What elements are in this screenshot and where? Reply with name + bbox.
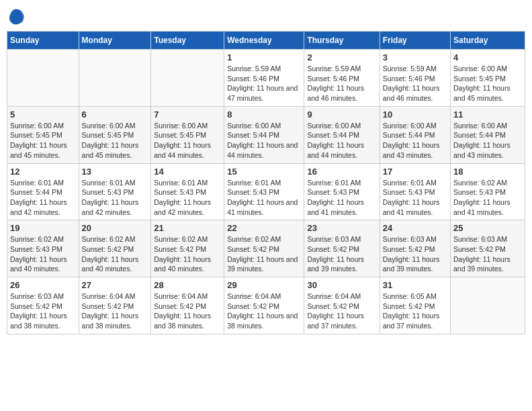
day-info: Sunrise: 6:01 AM Sunset: 5:44 PM Dayligh… [10, 178, 76, 218]
day-info: Sunrise: 6:00 AM Sunset: 5:44 PM Dayligh… [307, 121, 376, 161]
calendar-cell: 21Sunrise: 6:02 AM Sunset: 5:42 PM Dayli… [151, 220, 224, 277]
day-number: 2 [307, 52, 376, 62]
day-number: 12 [10, 167, 76, 177]
calendar-cell: 24Sunrise: 6:03 AM Sunset: 5:42 PM Dayli… [380, 220, 450, 277]
header-friday: Friday [380, 32, 450, 50]
day-info: Sunrise: 5:59 AM Sunset: 5:46 PM Dayligh… [383, 64, 447, 103]
day-info: Sunrise: 5:59 AM Sunset: 5:46 PM Dayligh… [227, 64, 301, 103]
day-number: 31 [383, 280, 447, 290]
calendar-cell: 22Sunrise: 6:02 AM Sunset: 5:42 PM Dayli… [224, 220, 304, 277]
calendar-cell: 1Sunrise: 5:59 AM Sunset: 5:46 PM Daylig… [224, 50, 304, 107]
calendar-cell: 16Sunrise: 6:01 AM Sunset: 5:43 PM Dayli… [304, 163, 380, 220]
calendar-cell: 4Sunrise: 6:00 AM Sunset: 5:45 PM Daylig… [451, 50, 525, 107]
day-info: Sunrise: 6:03 AM Sunset: 5:42 PM Dayligh… [10, 291, 76, 331]
calendar-cell: 20Sunrise: 6:02 AM Sunset: 5:42 PM Dayli… [79, 220, 151, 277]
day-info: Sunrise: 6:02 AM Sunset: 5:43 PM Dayligh… [10, 234, 76, 274]
calendar-cell: 12Sunrise: 6:01 AM Sunset: 5:44 PM Dayli… [7, 163, 79, 220]
calendar-cell: 25Sunrise: 6:03 AM Sunset: 5:42 PM Dayli… [451, 220, 525, 277]
calendar-cell: 11Sunrise: 6:00 AM Sunset: 5:44 PM Dayli… [451, 106, 525, 163]
day-number: 17 [383, 167, 447, 177]
calendar-cell: 8Sunrise: 6:00 AM Sunset: 5:44 PM Daylig… [224, 106, 304, 163]
day-number: 19 [10, 223, 76, 233]
day-number: 28 [154, 280, 221, 290]
day-info: Sunrise: 6:01 AM Sunset: 5:43 PM Dayligh… [154, 178, 221, 218]
logo [7, 7, 27, 26]
day-info: Sunrise: 6:03 AM Sunset: 5:42 PM Dayligh… [307, 234, 376, 274]
day-number: 26 [10, 280, 76, 290]
day-number: 27 [82, 280, 148, 290]
day-info: Sunrise: 6:00 AM Sunset: 5:45 PM Dayligh… [154, 121, 221, 161]
day-number: 9 [307, 109, 376, 120]
day-info: Sunrise: 6:00 AM Sunset: 5:45 PM Dayligh… [453, 64, 522, 103]
logo-icon [7, 7, 26, 26]
day-number: 10 [383, 109, 447, 120]
day-number: 7 [154, 109, 221, 120]
calendar-week-row: 19Sunrise: 6:02 AM Sunset: 5:43 PM Dayli… [7, 220, 525, 277]
day-number: 13 [82, 167, 148, 177]
day-number: 3 [383, 52, 447, 62]
day-info: Sunrise: 6:01 AM Sunset: 5:43 PM Dayligh… [82, 178, 148, 218]
day-info: Sunrise: 6:04 AM Sunset: 5:42 PM Dayligh… [227, 291, 301, 331]
day-number: 23 [307, 223, 376, 233]
calendar-cell: 2Sunrise: 5:59 AM Sunset: 5:46 PM Daylig… [304, 50, 380, 107]
calendar-cell [451, 277, 525, 334]
header-tuesday: Tuesday [151, 32, 224, 50]
day-info: Sunrise: 6:01 AM Sunset: 5:43 PM Dayligh… [307, 178, 376, 218]
page-header [7, 7, 525, 26]
header-thursday: Thursday [304, 32, 380, 50]
calendar-week-row: 5Sunrise: 6:00 AM Sunset: 5:45 PM Daylig… [7, 106, 525, 163]
day-info: Sunrise: 6:04 AM Sunset: 5:42 PM Dayligh… [154, 291, 221, 331]
calendar-table: SundayMondayTuesdayWednesdayThursdayFrid… [7, 31, 525, 334]
day-info: Sunrise: 6:00 AM Sunset: 5:44 PM Dayligh… [383, 121, 447, 161]
calendar-week-row: 12Sunrise: 6:01 AM Sunset: 5:44 PM Dayli… [7, 163, 525, 220]
calendar-cell: 30Sunrise: 6:04 AM Sunset: 5:42 PM Dayli… [304, 277, 380, 334]
calendar-cell [151, 50, 224, 107]
day-number: 14 [154, 167, 221, 177]
calendar-cell: 13Sunrise: 6:01 AM Sunset: 5:43 PM Dayli… [79, 163, 151, 220]
calendar-cell [7, 50, 79, 107]
calendar-cell: 28Sunrise: 6:04 AM Sunset: 5:42 PM Dayli… [151, 277, 224, 334]
day-number: 30 [307, 280, 376, 290]
calendar-cell: 17Sunrise: 6:01 AM Sunset: 5:43 PM Dayli… [380, 163, 450, 220]
day-info: Sunrise: 6:02 AM Sunset: 5:42 PM Dayligh… [82, 234, 148, 274]
day-info: Sunrise: 6:01 AM Sunset: 5:43 PM Dayligh… [383, 178, 447, 218]
day-info: Sunrise: 6:02 AM Sunset: 5:42 PM Dayligh… [154, 234, 221, 274]
day-number: 25 [453, 223, 522, 233]
calendar-cell [79, 50, 151, 107]
calendar-cell: 14Sunrise: 6:01 AM Sunset: 5:43 PM Dayli… [151, 163, 224, 220]
calendar-cell: 7Sunrise: 6:00 AM Sunset: 5:45 PM Daylig… [151, 106, 224, 163]
calendar-cell: 15Sunrise: 6:01 AM Sunset: 5:43 PM Dayli… [224, 163, 304, 220]
calendar-cell: 5Sunrise: 6:00 AM Sunset: 5:45 PM Daylig… [7, 106, 79, 163]
calendar-cell: 10Sunrise: 6:00 AM Sunset: 5:44 PM Dayli… [380, 106, 450, 163]
day-number: 20 [82, 223, 148, 233]
day-info: Sunrise: 6:04 AM Sunset: 5:42 PM Dayligh… [82, 291, 148, 331]
calendar-header-row: SundayMondayTuesdayWednesdayThursdayFrid… [7, 32, 525, 50]
day-number: 15 [227, 167, 301, 177]
calendar-cell: 19Sunrise: 6:02 AM Sunset: 5:43 PM Dayli… [7, 220, 79, 277]
calendar-cell: 3Sunrise: 5:59 AM Sunset: 5:46 PM Daylig… [380, 50, 450, 107]
header-saturday: Saturday [451, 32, 525, 50]
day-number: 1 [227, 52, 301, 62]
calendar-cell: 31Sunrise: 6:05 AM Sunset: 5:42 PM Dayli… [380, 277, 450, 334]
day-number: 16 [307, 167, 376, 177]
day-info: Sunrise: 6:00 AM Sunset: 5:44 PM Dayligh… [227, 121, 301, 161]
day-info: Sunrise: 6:00 AM Sunset: 5:45 PM Dayligh… [10, 121, 76, 161]
day-info: Sunrise: 6:02 AM Sunset: 5:42 PM Dayligh… [227, 234, 301, 274]
calendar-week-row: 1Sunrise: 5:59 AM Sunset: 5:46 PM Daylig… [7, 50, 525, 107]
day-info: Sunrise: 6:03 AM Sunset: 5:42 PM Dayligh… [383, 234, 447, 274]
day-info: Sunrise: 6:01 AM Sunset: 5:43 PM Dayligh… [227, 178, 301, 218]
calendar-cell: 27Sunrise: 6:04 AM Sunset: 5:42 PM Dayli… [79, 277, 151, 334]
day-number: 6 [82, 109, 148, 120]
day-info: Sunrise: 6:02 AM Sunset: 5:43 PM Dayligh… [453, 178, 522, 218]
calendar-cell: 9Sunrise: 6:00 AM Sunset: 5:44 PM Daylig… [304, 106, 380, 163]
day-number: 29 [227, 280, 301, 290]
header-sunday: Sunday [7, 32, 79, 50]
day-number: 24 [383, 223, 447, 233]
day-info: Sunrise: 6:03 AM Sunset: 5:42 PM Dayligh… [453, 234, 522, 274]
day-info: Sunrise: 6:00 AM Sunset: 5:45 PM Dayligh… [82, 121, 148, 161]
calendar-week-row: 26Sunrise: 6:03 AM Sunset: 5:42 PM Dayli… [7, 277, 525, 334]
calendar-cell: 6Sunrise: 6:00 AM Sunset: 5:45 PM Daylig… [79, 106, 151, 163]
day-number: 21 [154, 223, 221, 233]
header-monday: Monday [79, 32, 151, 50]
day-number: 4 [453, 52, 522, 62]
